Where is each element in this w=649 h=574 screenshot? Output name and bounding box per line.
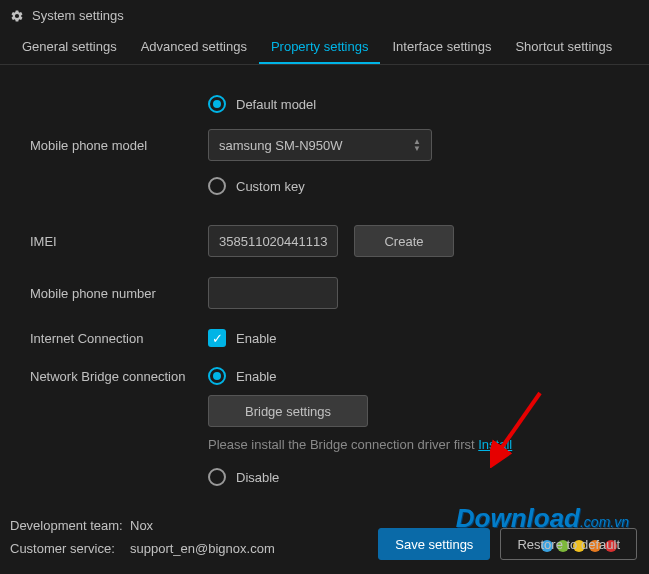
radio-bridge-enable[interactable] (208, 367, 226, 385)
imei-input[interactable] (208, 225, 338, 257)
dev-team-label: Development team: (10, 518, 130, 533)
radio-bridge-enable-label: Enable (236, 369, 276, 384)
window-header: System settings (0, 0, 649, 31)
gear-icon (10, 9, 24, 23)
content: Mobile phone model Default model samsung… (0, 65, 649, 516)
tab-interface[interactable]: Interface settings (380, 31, 503, 64)
radio-bridge-disable[interactable] (208, 468, 226, 486)
install-link[interactable]: Install (478, 437, 512, 452)
bridge-hint: Please install the Bridge connection dri… (208, 437, 478, 452)
bridge-settings-button[interactable]: Bridge settings (208, 395, 368, 427)
model-select-value: samsung SM-N950W (219, 138, 343, 153)
tab-property[interactable]: Property settings (259, 31, 381, 64)
radio-custom-key[interactable] (208, 177, 226, 195)
bridge-label: Network Bridge connection (30, 369, 208, 384)
support-value: support_en@bignox.com (130, 541, 275, 556)
internet-checkbox[interactable]: ✓ (208, 329, 226, 347)
model-label: Mobile phone model (30, 138, 208, 153)
tab-general[interactable]: General settings (10, 31, 129, 64)
chevron-sort-icon: ▲▼ (413, 139, 421, 152)
model-select[interactable]: samsung SM-N950W ▲▼ (208, 129, 432, 161)
restore-button[interactable]: Restore to default (500, 528, 637, 560)
tab-advanced[interactable]: Advanced settings (129, 31, 259, 64)
tabs: General settings Advanced settings Prope… (0, 31, 649, 65)
footer: Development team: Nox Customer service: … (0, 510, 649, 574)
tab-shortcut[interactable]: Shortcut settings (503, 31, 624, 64)
internet-enable-label: Enable (236, 331, 276, 346)
dev-team-value: Nox (130, 518, 153, 533)
radio-default-model[interactable] (208, 95, 226, 113)
imei-label: IMEI (30, 234, 208, 249)
radio-bridge-disable-label: Disable (236, 470, 279, 485)
save-button[interactable]: Save settings (378, 528, 490, 560)
phone-input[interactable] (208, 277, 338, 309)
window-title: System settings (32, 8, 124, 23)
radio-custom-key-label: Custom key (236, 179, 305, 194)
internet-label: Internet Connection (30, 331, 208, 346)
phone-label: Mobile phone number (30, 286, 208, 301)
radio-default-model-label: Default model (236, 97, 316, 112)
create-button[interactable]: Create (354, 225, 454, 257)
support-label: Customer service: (10, 541, 130, 556)
